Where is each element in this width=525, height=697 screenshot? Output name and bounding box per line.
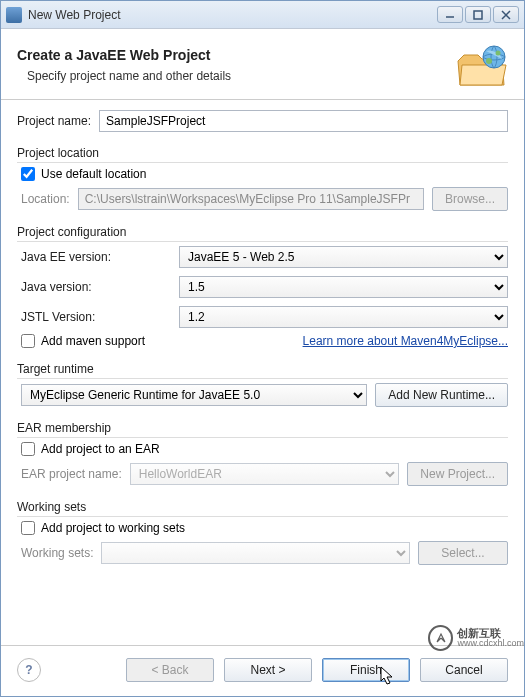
new-ear-project-button: New Project... — [407, 462, 508, 486]
add-to-ear-checkbox[interactable] — [21, 442, 35, 456]
group-label-ws: Working sets — [17, 500, 508, 514]
add-runtime-button[interactable]: Add New Runtime... — [375, 383, 508, 407]
svg-rect-0 — [474, 11, 482, 19]
divider — [17, 437, 508, 438]
back-button: < Back — [126, 658, 214, 682]
ws-sets-select — [101, 542, 410, 564]
app-icon — [6, 7, 22, 23]
jstl-version-select[interactable]: 1.2 — [179, 306, 508, 328]
banner-subtitle: Specify project name and other details — [27, 69, 456, 83]
group-label-ear: EAR membership — [17, 421, 508, 435]
project-name-input[interactable] — [99, 110, 508, 132]
svg-point-1 — [483, 46, 505, 68]
group-label-runtime: Target runtime — [17, 362, 508, 376]
wizard-window: New Web Project Create a JavaEE Web Proj… — [0, 0, 525, 697]
java-version-select[interactable]: 1.5 — [179, 276, 508, 298]
group-label-config: Project configuration — [17, 225, 508, 239]
jstl-version-label: JSTL Version: — [21, 310, 171, 324]
ear-name-select: HelloWorldEAR — [130, 463, 400, 485]
titlebar[interactable]: New Web Project — [1, 1, 524, 29]
use-default-location-checkbox[interactable] — [21, 167, 35, 181]
next-button[interactable]: Next > — [224, 658, 312, 682]
ear-membership-group: EAR membership Add project to an EAR EAR… — [17, 415, 508, 486]
target-runtime-select[interactable]: MyEclipse Generic Runtime for JavaEE 5.0 — [21, 384, 367, 406]
maven-support-label: Add maven support — [41, 334, 145, 348]
location-input — [78, 188, 424, 210]
divider — [17, 241, 508, 242]
ear-name-label: EAR project name: — [21, 467, 122, 481]
maximize-button[interactable] — [465, 6, 491, 23]
project-location-group: Project location Use default location Lo… — [17, 140, 508, 211]
ws-sets-label: Working sets: — [21, 546, 93, 560]
banner-heading: Create a JavaEE Web Project — [17, 47, 456, 63]
target-runtime-group: Target runtime MyEclipse Generic Runtime… — [17, 356, 508, 407]
project-name-label: Project name: — [17, 114, 91, 128]
divider — [17, 162, 508, 163]
maven-support-checkbox[interactable] — [21, 334, 35, 348]
divider — [17, 378, 508, 379]
finish-button[interactable]: Finish — [322, 658, 410, 682]
add-to-ws-checkbox[interactable] — [21, 521, 35, 535]
minimize-button[interactable] — [437, 6, 463, 23]
folder-globe-icon — [456, 43, 508, 87]
browse-button: Browse... — [432, 187, 508, 211]
group-label-location: Project location — [17, 146, 508, 160]
working-sets-group: Working sets Add project to working sets… — [17, 494, 508, 565]
button-bar: ? < Back Next > Finish Cancel 创新互联 www.c… — [1, 645, 524, 696]
content-area: Project name: Project location Use defau… — [1, 100, 524, 645]
add-to-ear-check[interactable]: Add project to an EAR — [17, 442, 508, 456]
location-label: Location: — [21, 192, 70, 206]
java-version-label: Java version: — [21, 280, 171, 294]
ws-select-button: Select... — [418, 541, 508, 565]
project-configuration-group: Project configuration Java EE version: J… — [17, 219, 508, 348]
ee-version-select[interactable]: JavaEE 5 - Web 2.5 — [179, 246, 508, 268]
help-button[interactable]: ? — [17, 658, 41, 682]
window-buttons — [437, 6, 519, 23]
add-to-ws-label: Add project to working sets — [41, 521, 185, 535]
use-default-location-label: Use default location — [41, 167, 146, 181]
cancel-button[interactable]: Cancel — [420, 658, 508, 682]
banner: Create a JavaEE Web Project Specify proj… — [1, 29, 524, 100]
svg-point-3 — [496, 51, 501, 56]
project-name-row: Project name: — [17, 110, 508, 132]
maven-learn-more-link[interactable]: Learn more about Maven4MyEclipse... — [303, 334, 508, 348]
divider — [17, 516, 508, 517]
add-to-ear-label: Add project to an EAR — [41, 442, 160, 456]
close-button[interactable] — [493, 6, 519, 23]
maven-support-check[interactable]: Add maven support — [21, 334, 145, 348]
ee-version-label: Java EE version: — [21, 250, 171, 264]
svg-point-2 — [486, 58, 492, 64]
add-to-ws-check[interactable]: Add project to working sets — [17, 521, 508, 535]
window-title: New Web Project — [28, 8, 437, 22]
use-default-location-check[interactable]: Use default location — [17, 167, 508, 181]
